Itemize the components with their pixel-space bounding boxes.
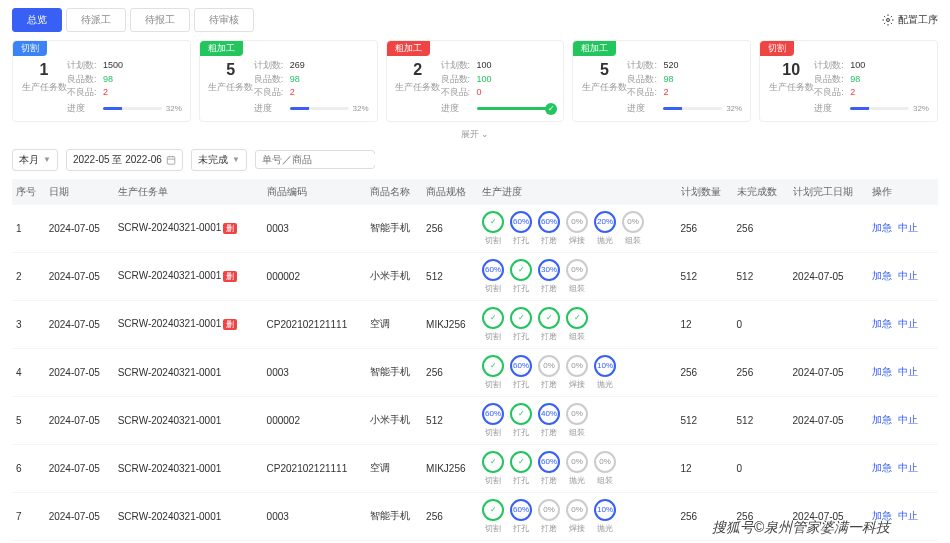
- col-header: 计划完工日期: [789, 179, 868, 205]
- card-label: 生产任务数: [768, 81, 814, 94]
- config-process-link[interactable]: 配置工序: [882, 13, 938, 27]
- col-header: 生产任务单: [114, 179, 263, 205]
- watermark: 搜狐号©泉州管家婆满一科技: [712, 519, 890, 537]
- urgent-link[interactable]: 加急: [872, 462, 892, 473]
- table-row[interactable]: 4 2024-07-05 SCRW-20240321-0001 0003 智能手…: [12, 348, 938, 396]
- card-tag: 粗加工: [387, 41, 430, 56]
- progress-step[interactable]: ✓打孔: [510, 259, 532, 294]
- table-row[interactable]: 5 2024-07-05 SCRW-20240321-0001 000002 小…: [12, 396, 938, 444]
- progress-step[interactable]: ✓切割: [482, 307, 504, 342]
- progress-step[interactable]: 0%打磨: [538, 499, 560, 534]
- status-select[interactable]: 未完成▼: [191, 149, 247, 171]
- tab-1[interactable]: 待派工: [66, 8, 126, 32]
- stop-link[interactable]: 中止: [898, 318, 918, 329]
- progress-step[interactable]: 60%打磨: [538, 211, 560, 246]
- card-number: 10: [768, 61, 814, 79]
- progress-step[interactable]: ✓打孔: [510, 403, 532, 438]
- tab-2[interactable]: 待报工: [130, 8, 190, 32]
- stop-link[interactable]: 中止: [898, 366, 918, 377]
- table-row[interactable]: 6 2024-07-05 SCRW-20240321-0001 CP202102…: [12, 444, 938, 492]
- stop-link[interactable]: 中止: [898, 270, 918, 281]
- stop-link[interactable]: 中止: [898, 510, 918, 521]
- search-input-wrapper[interactable]: [255, 150, 375, 169]
- card-tag: 粗加工: [573, 41, 616, 56]
- col-header: 商品名称: [366, 179, 422, 205]
- card-label: 生产任务数: [581, 81, 627, 94]
- tab-0[interactable]: 总览: [12, 8, 62, 32]
- search-input[interactable]: [262, 154, 389, 165]
- col-header: 计划数量: [677, 179, 733, 205]
- urgent-link[interactable]: 加急: [872, 414, 892, 425]
- stop-link[interactable]: 中止: [898, 414, 918, 425]
- delete-badge: 删: [223, 223, 237, 234]
- stat-card-1[interactable]: 粗加工 5 生产任务数 计划数:269 良品数:98 不良品:2 进度32%: [199, 40, 378, 122]
- progress-step[interactable]: 0%打磨: [538, 355, 560, 390]
- col-header: 未完成数: [733, 179, 789, 205]
- progress-step[interactable]: 0%组装: [594, 451, 616, 486]
- progress-step[interactable]: 60%切割: [482, 403, 504, 438]
- tab-3[interactable]: 待审核: [194, 8, 254, 32]
- progress-step[interactable]: 0%焊接: [566, 499, 588, 534]
- progress-step[interactable]: ✓打孔: [510, 307, 532, 342]
- urgent-link[interactable]: 加急: [872, 270, 892, 281]
- card-tag: 粗加工: [200, 41, 243, 56]
- card-label: 生产任务数: [395, 81, 441, 94]
- progress-step[interactable]: 0%焊接: [566, 211, 588, 246]
- svg-rect-1: [167, 156, 175, 164]
- progress-step[interactable]: 0%抛光: [566, 451, 588, 486]
- progress-step[interactable]: 60%切割: [482, 259, 504, 294]
- progress-step[interactable]: 60%打孔: [510, 499, 532, 534]
- month-select[interactable]: 本月▼: [12, 149, 58, 171]
- progress-step[interactable]: 0%组装: [566, 259, 588, 294]
- calendar-icon: [166, 155, 176, 165]
- card-label: 生产任务数: [208, 81, 254, 94]
- card-number: 2: [395, 61, 441, 79]
- stop-link[interactable]: 中止: [898, 462, 918, 473]
- progress-step[interactable]: 20%抛光: [594, 211, 616, 246]
- col-header: 商品规格: [422, 179, 478, 205]
- table-row[interactable]: 2 2024-07-05 SCRW-20240321-0001删 000002 …: [12, 252, 938, 300]
- progress-step[interactable]: ✓打磨: [538, 307, 560, 342]
- stat-card-3[interactable]: 粗加工 5 生产任务数 计划数:520 良品数:98 不良品:2 进度32%: [572, 40, 751, 122]
- table-row[interactable]: 1 2024-07-05 SCRW-20240321-0001删 0003 智能…: [12, 205, 938, 253]
- progress-step[interactable]: ✓切割: [482, 451, 504, 486]
- progress-step[interactable]: 0%组装: [622, 211, 644, 246]
- stat-card-0[interactable]: 切割 1 生产任务数 计划数:1500 良品数:98 不良品:2 进度32%: [12, 40, 191, 122]
- delete-badge: 删: [223, 271, 237, 282]
- progress-step[interactable]: 60%打孔: [510, 211, 532, 246]
- progress-step[interactable]: 0%组装: [566, 403, 588, 438]
- progress-step[interactable]: ✓切割: [482, 355, 504, 390]
- card-number: 1: [21, 61, 67, 79]
- delete-badge: 删: [223, 319, 237, 330]
- urgent-link[interactable]: 加急: [872, 318, 892, 329]
- config-label: 配置工序: [898, 13, 938, 27]
- progress-step[interactable]: 10%抛光: [594, 499, 616, 534]
- date-range-select[interactable]: 2022-05 至 2022-06: [66, 149, 183, 171]
- check-icon: ✓: [545, 103, 557, 115]
- progress-step[interactable]: 40%打磨: [538, 403, 560, 438]
- card-tag: 切割: [760, 41, 794, 56]
- progress-step[interactable]: 30%打磨: [538, 259, 560, 294]
- table-row[interactable]: 3 2024-07-05 SCRW-20240321-0001删 CP20210…: [12, 300, 938, 348]
- card-number: 5: [208, 61, 254, 79]
- urgent-link[interactable]: 加急: [872, 366, 892, 377]
- card-tag: 切割: [13, 41, 47, 56]
- col-header: 日期: [45, 179, 114, 205]
- col-header: 生产进度: [478, 179, 676, 205]
- progress-step[interactable]: ✓组装: [566, 307, 588, 342]
- col-header: 操作: [868, 179, 938, 205]
- stat-card-4[interactable]: 切割 10 生产任务数 计划数:100 良品数:98 不良品:2 进度32%: [759, 40, 938, 122]
- stop-link[interactable]: 中止: [898, 222, 918, 233]
- progress-step[interactable]: 10%抛光: [594, 355, 616, 390]
- progress-step[interactable]: ✓切割: [482, 499, 504, 534]
- progress-step[interactable]: ✓打孔: [510, 451, 532, 486]
- progress-step[interactable]: ✓切割: [482, 211, 504, 246]
- progress-step[interactable]: 60%打孔: [510, 355, 532, 390]
- progress-step[interactable]: 60%打磨: [538, 451, 560, 486]
- progress-step[interactable]: 0%焊接: [566, 355, 588, 390]
- urgent-link[interactable]: 加急: [872, 222, 892, 233]
- svg-point-0: [887, 19, 890, 22]
- expand-toggle[interactable]: 展开 ⌄: [12, 128, 938, 141]
- card-label: 生产任务数: [21, 81, 67, 94]
- stat-card-2[interactable]: 粗加工 2 生产任务数 计划数:100 良品数:100 不良品:0 进度 ✓: [386, 40, 565, 122]
